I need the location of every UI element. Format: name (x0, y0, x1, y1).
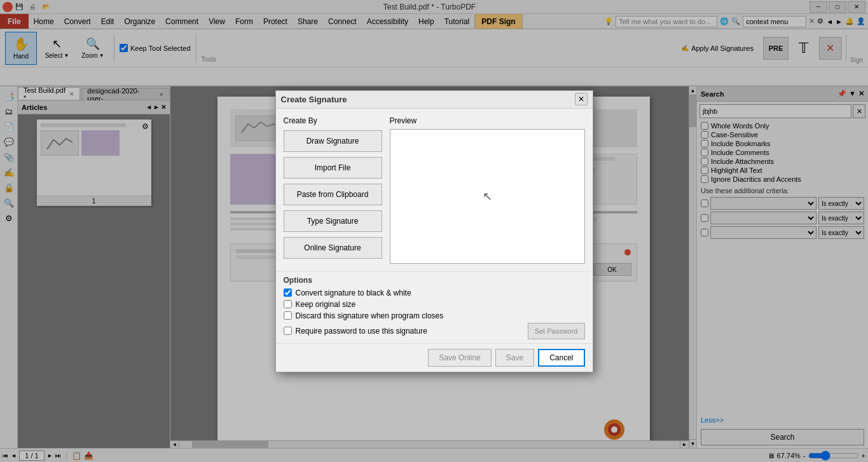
cancel-btn[interactable]: Cancel (538, 349, 584, 367)
dialog-title-bar: Create Signature ✕ (276, 91, 593, 109)
dialog-close-btn[interactable]: ✕ (575, 93, 588, 105)
option-keep-size[interactable]: Keep original size (284, 300, 585, 309)
create-signature-dialog: Create Signature ✕ Create By Draw Signat… (275, 90, 593, 372)
option-convert-bw-label: Convert signature to black & white (296, 289, 411, 297)
set-password-btn[interactable]: Set Password (528, 323, 585, 339)
options-label: Options (284, 276, 585, 285)
option-password-label: Require password to use this signature (296, 327, 427, 336)
create-by-label: Create By (284, 116, 382, 125)
online-signature-btn[interactable]: Online Signature (284, 237, 382, 259)
dialog-footer: Save Online Save Cancel (276, 343, 593, 372)
draw-signature-btn[interactable]: Draw Signature (284, 130, 382, 152)
option-keep-size-label: Keep original size (296, 300, 356, 309)
option-convert-bw-checkbox[interactable] (284, 289, 292, 297)
option-discard-label: Discard this signature when program clos… (296, 311, 444, 320)
create-by-panel: Create By Draw Signature Import File Pas… (284, 116, 382, 264)
option-keep-size-checkbox[interactable] (284, 300, 292, 308)
option-discard[interactable]: Discard this signature when program clos… (284, 311, 585, 320)
type-signature-btn[interactable]: Type Signature (284, 210, 382, 232)
option-password[interactable]: Require password to use this signature (284, 327, 427, 336)
preview-box: ↖ (390, 129, 585, 264)
option-discard-checkbox[interactable] (284, 311, 292, 320)
save-btn[interactable]: Save (495, 349, 534, 367)
preview-label: Preview (390, 116, 585, 125)
paste-clipboard-btn[interactable]: Paste from Clipboard (284, 184, 382, 205)
option-password-row: Require password to use this signature S… (284, 323, 585, 339)
preview-empty: ↖ (390, 130, 584, 263)
dialog-overlay: Create Signature ✕ Create By Draw Signat… (0, 0, 868, 462)
option-convert-bw[interactable]: Convert signature to black & white (284, 289, 585, 297)
dialog-body: Create By Draw Signature Import File Pas… (276, 109, 593, 271)
save-online-btn[interactable]: Save Online (428, 349, 491, 367)
dialog-options: Options Convert signature to black & whi… (276, 271, 593, 343)
preview-panel: Preview ↖ (390, 116, 585, 264)
dialog-title: Create Signature (281, 95, 347, 104)
option-password-checkbox[interactable] (284, 327, 292, 335)
import-file-btn[interactable]: Import File (284, 157, 382, 179)
